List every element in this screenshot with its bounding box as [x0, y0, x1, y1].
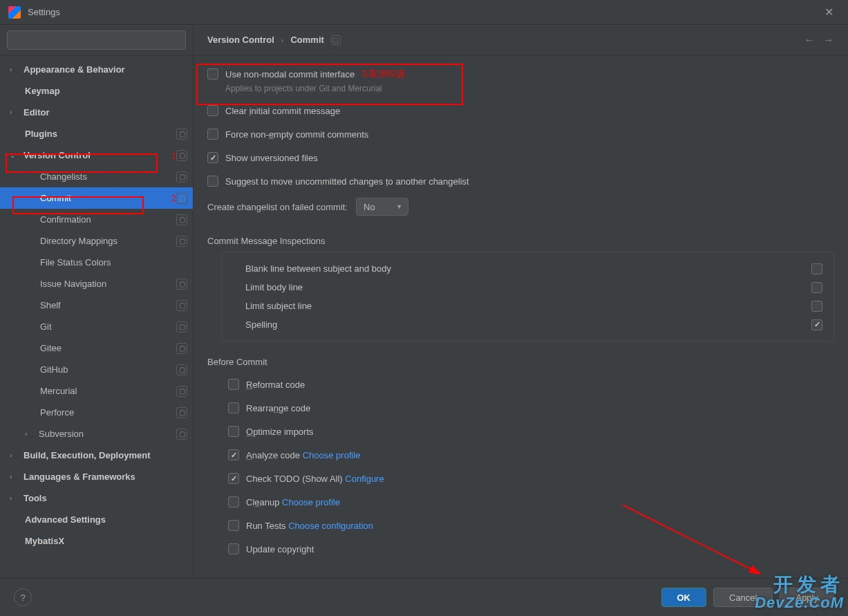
sidebar-item-languages-frameworks[interactable]: ›Languages & Frameworks [0, 466, 193, 487]
insp-limit-body-checkbox[interactable] [811, 282, 822, 293]
sidebar-item-label: Gitee [40, 343, 176, 353]
insp-blank-label: Blank line between subject and body [233, 263, 811, 274]
sidebar-item-label: Plugins [25, 129, 176, 139]
sidebar-item-label: Commit [40, 193, 160, 203]
sidebar-item-keymap[interactable]: Keymap [0, 80, 193, 102]
scope-badge-icon: ▢ [176, 129, 187, 140]
insp-spelling-checkbox[interactable] [811, 319, 822, 330]
scope-badge-icon: ▢ [176, 236, 187, 247]
chevron-icon: ⌄ [10, 151, 19, 159]
breadcrumb-seg-version-control[interactable]: Version Control [207, 35, 274, 45]
forward-icon[interactable]: → [823, 34, 834, 46]
sidebar-item-commit[interactable]: Commit2▢ [0, 187, 193, 209]
sidebar-item-label: MybatisX [25, 536, 187, 546]
suggest-move-checkbox[interactable] [207, 176, 218, 187]
sidebar-item-label: Languages & Frameworks [23, 472, 187, 482]
sidebar-item-label: Version Control [23, 150, 160, 160]
todo-link[interactable]: Configure [345, 474, 384, 484]
sidebar-item-github[interactable]: GitHub▢ [0, 359, 193, 380]
sidebar-item-version-control[interactable]: ⌄Version Control1▢ [0, 144, 193, 166]
search-input[interactable] [7, 30, 186, 50]
sidebar-item-tools[interactable]: ›Tools [0, 487, 193, 509]
chevron-icon: › [10, 494, 19, 502]
sidebar-item-issue-navigation[interactable]: Issue Navigation▢ [0, 273, 193, 295]
apply-button[interactable]: Apply [780, 588, 834, 607]
sidebar-item-label: Issue Navigation [40, 279, 176, 289]
insp-limit-subject-label: Limit subject line [233, 301, 811, 311]
sidebar-item-gitee[interactable]: Gitee▢ [0, 337, 193, 359]
cancel-button[interactable]: Cancel [713, 588, 773, 607]
sidebar-item-label: Advanced Settings [25, 514, 187, 525]
nonmodal-desc: Applies to projects under Git and Mercur… [207, 84, 834, 93]
runtests-checkbox[interactable] [228, 520, 239, 531]
chevron-icon: › [10, 451, 19, 459]
todo-checkbox[interactable] [228, 473, 239, 484]
sidebar-item-label: File Status Colors [40, 257, 187, 268]
sidebar-item-label: Appearance & Behavior [23, 64, 187, 75]
close-icon[interactable]: ✕ [818, 1, 840, 24]
insp-blank-checkbox[interactable] [811, 263, 822, 274]
sidebar-item-build-execution-deployment[interactable]: ›Build, Execution, Deployment [0, 445, 193, 466]
sidebar-item-plugins[interactable]: Plugins▢ [0, 123, 193, 144]
help-icon[interactable]: ? [14, 588, 32, 606]
sidebar-item-editor[interactable]: ›Editor [0, 102, 193, 123]
chevron-right-icon: › [281, 36, 284, 44]
analyze-link[interactable]: Choose profile [303, 450, 361, 460]
insp-limit-body-label: Limit body line [233, 282, 811, 292]
clear-initial-label: Clear initial commit message [225, 106, 340, 116]
optimize-label: Optimize imports [246, 427, 314, 437]
sidebar-item-label: Perforce [40, 407, 176, 418]
chevron-icon: › [10, 473, 19, 480]
analyze-checkbox[interactable] [228, 449, 239, 460]
sidebar-item-directory-mappings[interactable]: Directory Mappings▢ [0, 230, 193, 252]
reformat-checkbox[interactable] [228, 379, 239, 390]
optimize-checkbox[interactable] [228, 426, 239, 437]
scope-badge-icon: ▢ [176, 300, 187, 311]
breadcrumb-seg-commit: Commit [290, 35, 323, 45]
cleanup-link[interactable]: Choose profile [282, 497, 340, 507]
back-icon[interactable]: ← [804, 34, 815, 46]
runtests-label: Run Tests Choose configuration [246, 521, 373, 531]
clear-initial-checkbox[interactable] [207, 105, 218, 116]
ok-button[interactable]: OK [661, 588, 707, 607]
sidebar-item-label: Directory Mappings [40, 236, 176, 246]
sidebar-item-appearance-behavior[interactable]: ›Appearance & Behavior [0, 59, 193, 80]
sidebar-item-git[interactable]: Git▢ [0, 316, 193, 337]
sidebar-item-label: Changelists [40, 171, 176, 182]
cleanup-checkbox[interactable] [228, 496, 239, 507]
nonmodal-checkbox[interactable] [207, 68, 218, 80]
sidebar-item-file-status-colors[interactable]: File Status Colors [0, 252, 193, 273]
create-changelist-dropdown[interactable]: No [356, 198, 408, 216]
sidebar-item-mercurial[interactable]: Mercurial▢ [0, 380, 193, 402]
sidebar-item-confirmation[interactable]: Confirmation▢ [0, 209, 193, 230]
rearrange-checkbox[interactable] [228, 402, 239, 413]
window-title: Settings [28, 7, 60, 17]
sidebar-item-shelf[interactable]: Shelf▢ [0, 295, 193, 316]
before-title: Before Commit [207, 357, 834, 367]
sidebar-item-changelists[interactable]: Changelists▢ [0, 166, 193, 187]
runtests-link[interactable]: Choose configuration [288, 521, 373, 531]
sidebar-item-mybatisx[interactable]: MybatisX [0, 530, 193, 552]
sidebar-item-label: Keymap [25, 86, 187, 96]
scope-badge-icon: ▢ [176, 429, 187, 440]
suggest-move-label: Suggest to move uncommitted changes to a… [225, 176, 469, 187]
analyze-label: Analyze code Choose profile [246, 450, 361, 460]
sidebar-item-perforce[interactable]: Perforce▢ [0, 402, 193, 423]
sidebar-item-label: Tools [23, 493, 187, 503]
force-nonempty-checkbox[interactable] [207, 129, 218, 140]
scope-badge-icon: ▢ [176, 343, 187, 354]
show-unversioned-checkbox[interactable] [207, 152, 218, 163]
copyright-label: Update copyright [246, 544, 314, 554]
copyright-checkbox[interactable] [228, 543, 239, 554]
breadcrumb: Version Control › Commit ▢ ← → [194, 25, 848, 55]
insp-limit-subject-checkbox[interactable] [811, 301, 822, 312]
sidebar-item-label: GitHub [40, 364, 176, 375]
sidebar-item-advanced-settings[interactable]: Advanced Settings [0, 509, 193, 530]
chevron-icon: › [25, 430, 35, 438]
sidebar-item-subversion[interactable]: ›Subversion▢ [0, 423, 193, 445]
sidebar-item-label: Git [40, 321, 176, 332]
app-icon [8, 6, 21, 19]
scope-badge-icon: ▢ [176, 193, 187, 204]
sidebar-item-label: Mercurial [40, 386, 176, 396]
annotation-1: 1 [171, 150, 176, 160]
